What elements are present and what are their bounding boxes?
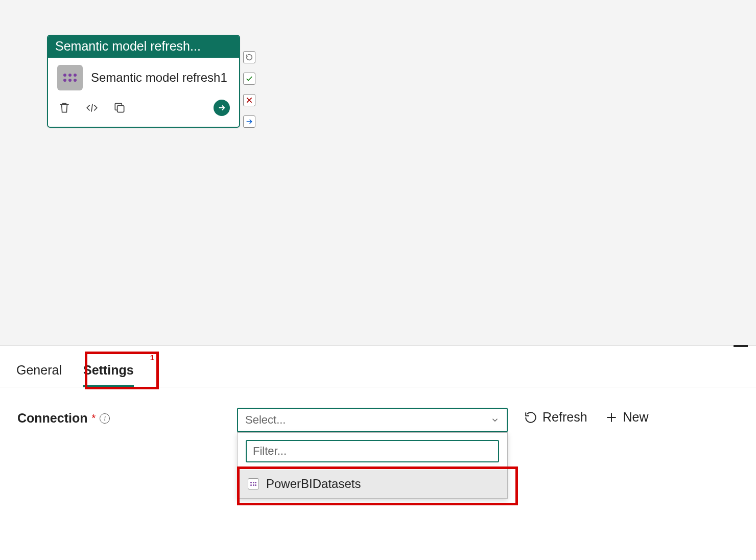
dropdown-item-label: PowerBIDatasets [266, 477, 361, 491]
svg-rect-0 [117, 106, 124, 112]
status-icons-column [240, 35, 255, 128]
select-placeholder: Select... [245, 413, 286, 427]
refresh-icon [524, 411, 537, 424]
required-asterisk: * [92, 412, 96, 424]
refresh-label: Refresh [542, 410, 587, 425]
delete-icon[interactable] [57, 101, 72, 115]
filter-input[interactable] [253, 445, 492, 458]
connection-label: Connection [17, 411, 88, 426]
dropdown-item-powerbidatasets[interactable]: PowerBIDatasets [238, 470, 507, 498]
chevron-down-icon [490, 415, 500, 425]
connection-dropdown: PowerBIDatasets [237, 432, 508, 499]
activity-node-header: Semantic model refresh... [48, 36, 239, 58]
plus-icon [605, 411, 618, 424]
new-label: New [623, 410, 649, 425]
tab-settings[interactable]: Settings [83, 363, 134, 387]
tab-general[interactable]: General [16, 363, 62, 387]
error-status-icon[interactable] [243, 94, 255, 106]
refresh-button[interactable]: Refresh [524, 410, 587, 425]
dataset-icon [57, 65, 83, 90]
run-arrow-button[interactable] [214, 100, 230, 116]
filter-input-wrap[interactable] [246, 440, 499, 462]
success-status-icon[interactable] [243, 73, 255, 85]
panel-tabs: General Settings [0, 346, 756, 387]
connection-select[interactable]: Select... [237, 408, 508, 432]
info-icon[interactable]: i [100, 413, 110, 424]
new-button[interactable]: New [605, 410, 649, 425]
dataset-mini-icon [248, 478, 259, 489]
pipeline-canvas[interactable]: Semantic model refresh... Semantic model… [0, 0, 756, 346]
activity-node[interactable]: Semantic model refresh... Semantic model… [47, 35, 240, 128]
properties-panel: General Settings Connection * i Select..… [0, 346, 756, 432]
copy-icon[interactable] [112, 101, 127, 115]
activity-title: Semantic model refresh1 [91, 70, 227, 85]
skip-status-icon[interactable] [243, 115, 255, 128]
code-icon[interactable] [85, 101, 99, 115]
redo-status-icon[interactable] [243, 51, 255, 63]
